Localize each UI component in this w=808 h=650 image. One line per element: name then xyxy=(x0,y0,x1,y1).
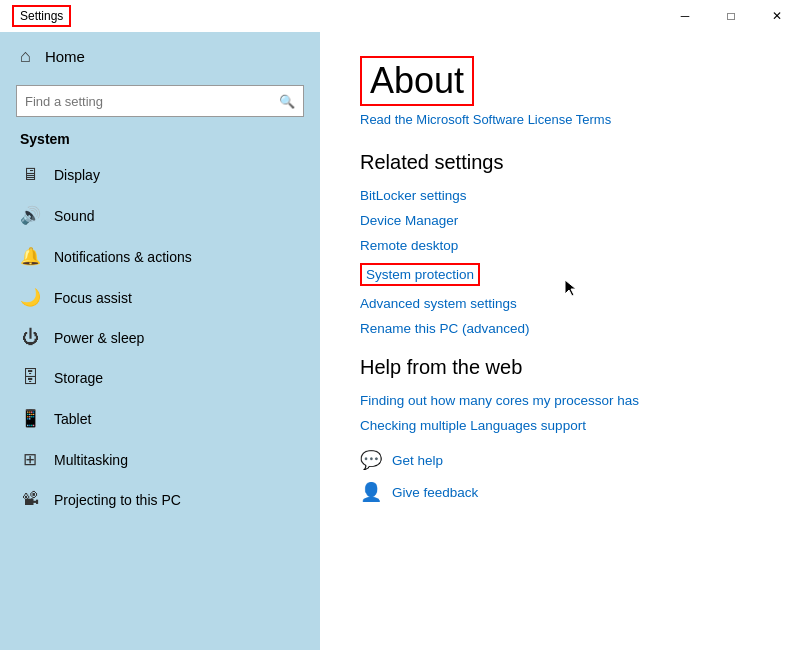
notifications-icon: 🔔 xyxy=(20,246,40,267)
related-settings-section: Related settings BitLocker settings Devi… xyxy=(360,151,768,336)
multitasking-icon: ⊞ xyxy=(20,449,40,470)
system-protection-link[interactable]: System protection xyxy=(360,263,480,286)
main-content: About Read the Microsoft Software Licens… xyxy=(320,32,808,650)
cores-link[interactable]: Finding out how many cores my processor … xyxy=(360,393,768,408)
sidebar-item-power[interactable]: ⏻ Power & sleep xyxy=(0,318,320,358)
search-icon: 🔍 xyxy=(279,94,295,109)
help-from-web-heading: Help from the web xyxy=(360,356,768,379)
title-bar: Settings ─ □ ✕ xyxy=(0,0,808,32)
search-input[interactable] xyxy=(25,94,279,109)
related-settings-heading: Related settings xyxy=(360,151,768,174)
sidebar-item-storage-label: Storage xyxy=(54,370,103,386)
sidebar-section-title: System xyxy=(0,127,320,155)
page-title: About xyxy=(360,56,474,106)
search-box[interactable]: 🔍 xyxy=(16,85,304,117)
sidebar-item-display-label: Display xyxy=(54,167,100,183)
tablet-icon: 📱 xyxy=(20,408,40,429)
power-icon: ⏻ xyxy=(20,328,40,348)
title-bar-left: Settings xyxy=(12,5,71,27)
get-help-label: Get help xyxy=(392,453,443,468)
close-button[interactable]: ✕ xyxy=(754,0,800,32)
sidebar-item-focus[interactable]: 🌙 Focus assist xyxy=(0,277,320,318)
sidebar-item-power-label: Power & sleep xyxy=(54,330,144,346)
sidebar-item-tablet[interactable]: 📱 Tablet xyxy=(0,398,320,439)
sidebar-item-display[interactable]: 🖥 Display xyxy=(0,155,320,195)
give-feedback-icon: 👤 xyxy=(360,481,382,503)
get-help-item[interactable]: 💬 Get help xyxy=(360,449,768,471)
sidebar-item-sound-label: Sound xyxy=(54,208,94,224)
storage-icon: 🗄 xyxy=(20,368,40,388)
help-from-web-section: Help from the web Finding out how many c… xyxy=(360,356,768,433)
sidebar-item-projecting-label: Projecting to this PC xyxy=(54,492,181,508)
sound-icon: 🔊 xyxy=(20,205,40,226)
bitlocker-link[interactable]: BitLocker settings xyxy=(360,188,768,203)
window-controls: ─ □ ✕ xyxy=(662,0,800,32)
give-feedback-label: Give feedback xyxy=(392,485,478,500)
languages-link[interactable]: Checking multiple Languages support xyxy=(360,418,768,433)
maximize-button[interactable]: □ xyxy=(708,0,754,32)
sidebar-item-tablet-label: Tablet xyxy=(54,411,91,427)
bottom-links: 💬 Get help 👤 Give feedback xyxy=(360,449,768,503)
sidebar-item-notifications[interactable]: 🔔 Notifications & actions xyxy=(0,236,320,277)
advanced-system-link[interactable]: Advanced system settings xyxy=(360,296,768,311)
sidebar-item-notifications-label: Notifications & actions xyxy=(54,249,192,265)
sidebar-item-multitasking-label: Multitasking xyxy=(54,452,128,468)
home-label: Home xyxy=(45,48,85,65)
sidebar-item-projecting[interactable]: 📽 Projecting to this PC xyxy=(0,480,320,520)
focus-icon: 🌙 xyxy=(20,287,40,308)
sidebar-item-focus-label: Focus assist xyxy=(54,290,132,306)
projecting-icon: 📽 xyxy=(20,490,40,510)
minimize-button[interactable]: ─ xyxy=(662,0,708,32)
rename-pc-link[interactable]: Rename this PC (advanced) xyxy=(360,321,768,336)
app-container: ⌂ Home 🔍 System 🖥 Display 🔊 Sound 🔔 Noti… xyxy=(0,32,808,650)
home-icon: ⌂ xyxy=(20,46,31,67)
display-icon: 🖥 xyxy=(20,165,40,185)
sidebar-item-storage[interactable]: 🗄 Storage xyxy=(0,358,320,398)
get-help-icon: 💬 xyxy=(360,449,382,471)
sidebar-item-home[interactable]: ⌂ Home xyxy=(0,32,320,81)
sidebar-item-multitasking[interactable]: ⊞ Multitasking xyxy=(0,439,320,480)
give-feedback-item[interactable]: 👤 Give feedback xyxy=(360,481,768,503)
app-title: Settings xyxy=(12,5,71,27)
ms-license-link[interactable]: Read the Microsoft Software License Term… xyxy=(360,112,768,127)
sidebar-item-sound[interactable]: 🔊 Sound xyxy=(0,195,320,236)
sidebar: ⌂ Home 🔍 System 🖥 Display 🔊 Sound 🔔 Noti… xyxy=(0,32,320,650)
device-manager-link[interactable]: Device Manager xyxy=(360,213,768,228)
remote-desktop-link[interactable]: Remote desktop xyxy=(360,238,768,253)
